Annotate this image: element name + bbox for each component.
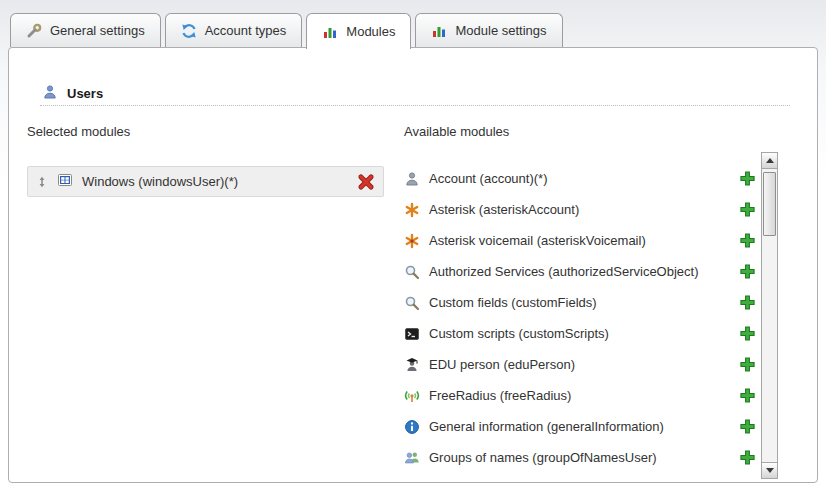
add-plus-icon bbox=[739, 418, 756, 435]
available-module-row: Groups of names (groupOfNamesUser) bbox=[404, 442, 756, 473]
tab-modules[interactable]: Modules bbox=[306, 13, 411, 49]
account-person-icon bbox=[404, 171, 420, 187]
add-plus-icon bbox=[739, 449, 756, 466]
module-name: General information (generalInformation) bbox=[429, 419, 664, 434]
module-name: Asterisk (asteriskAccount) bbox=[429, 202, 579, 217]
add-module-button[interactable] bbox=[739, 418, 756, 435]
add-module-button[interactable] bbox=[739, 294, 756, 311]
tab-bar: General settings Account types Modules bbox=[10, 13, 563, 49]
lam-modules-page: { "tabs": [ { "label": "General settings… bbox=[0, 0, 826, 486]
module-name: Account (account)(*) bbox=[429, 171, 548, 186]
available-module-row: Custom scripts (customScripts) bbox=[404, 318, 756, 349]
scroll-up-arrow-icon bbox=[766, 158, 774, 163]
info-icon bbox=[404, 419, 420, 435]
available-module-row: EDU person (eduPerson) bbox=[404, 349, 756, 380]
available-modules-label: Available modules bbox=[404, 124, 509, 139]
available-module-row: Account (account)(*) bbox=[404, 163, 756, 194]
add-module-button[interactable] bbox=[739, 387, 756, 404]
add-module-button[interactable] bbox=[739, 201, 756, 218]
scroll-down-arrow-icon bbox=[766, 468, 774, 473]
available-module-row: Custom fields (customFields) bbox=[404, 287, 756, 318]
selected-module-name: Windows (windowsUser)(*) bbox=[82, 174, 238, 189]
module-name: Groups of names (groupOfNamesUser) bbox=[429, 450, 657, 465]
tab-general-settings[interactable]: General settings bbox=[10, 13, 161, 47]
module-name: FreeRadius (freeRadius) bbox=[429, 388, 571, 403]
add-plus-icon bbox=[739, 232, 756, 249]
module-name: Custom fields (customFields) bbox=[429, 295, 597, 310]
selected-module-row: Windows (windowsUser)(*) bbox=[27, 166, 384, 197]
tab-label: Account types bbox=[205, 23, 287, 38]
remove-x-icon bbox=[357, 173, 375, 191]
tab-account-types[interactable]: Account types bbox=[165, 13, 303, 47]
remove-module-button[interactable] bbox=[357, 173, 375, 191]
scrollbar-thumb[interactable] bbox=[763, 172, 776, 236]
available-module-row: Asterisk (asteriskAccount) bbox=[404, 194, 756, 225]
section-divider bbox=[40, 105, 790, 106]
add-module-button[interactable] bbox=[739, 232, 756, 249]
available-list-scrollbar[interactable] bbox=[761, 152, 778, 479]
section-title: Users bbox=[67, 86, 103, 101]
module-name: EDU person (eduPerson) bbox=[429, 357, 575, 372]
modules-icon bbox=[322, 24, 338, 40]
module-name: Authorized Services (authorizedServiceOb… bbox=[429, 264, 699, 279]
wrench-icon bbox=[26, 23, 42, 39]
add-plus-icon bbox=[739, 201, 756, 218]
magnifier-icon bbox=[404, 295, 420, 311]
available-module-row: FreeRadius (freeRadius) bbox=[404, 380, 756, 411]
tab-label: Module settings bbox=[455, 23, 546, 38]
add-plus-icon bbox=[739, 170, 756, 187]
available-module-row: General information (generalInformation) bbox=[404, 411, 756, 442]
add-module-button[interactable] bbox=[739, 170, 756, 187]
add-module-button[interactable] bbox=[739, 449, 756, 466]
add-plus-icon bbox=[739, 294, 756, 311]
magnifier-icon bbox=[404, 264, 420, 280]
add-module-button[interactable] bbox=[739, 325, 756, 342]
module-name: Asterisk voicemail (asteriskVoicemail) bbox=[429, 233, 646, 248]
available-modules-list: Account (account)(*) Asterisk (asteriskA… bbox=[404, 163, 756, 473]
module-name: Custom scripts (customScripts) bbox=[429, 326, 609, 341]
add-plus-icon bbox=[739, 263, 756, 280]
available-module-row: Authorized Services (authorizedServiceOb… bbox=[404, 256, 756, 287]
group-icon bbox=[404, 450, 420, 466]
asterisk-icon bbox=[404, 202, 420, 218]
antenna-icon bbox=[404, 388, 420, 404]
drag-handle-icon[interactable] bbox=[36, 175, 48, 189]
available-module-row: Asterisk voicemail (asteriskVoicemail) bbox=[404, 225, 756, 256]
scroll-down-button[interactable] bbox=[762, 462, 777, 478]
add-module-button[interactable] bbox=[739, 263, 756, 280]
terminal-icon bbox=[404, 326, 420, 342]
user-icon bbox=[42, 84, 58, 103]
windows-icon bbox=[57, 172, 73, 191]
account-types-icon bbox=[181, 23, 197, 39]
scroll-up-button[interactable] bbox=[762, 153, 777, 169]
edu-person-icon bbox=[404, 357, 420, 373]
add-plus-icon bbox=[739, 325, 756, 342]
tab-module-settings[interactable]: Module settings bbox=[415, 13, 562, 47]
tab-label: Modules bbox=[346, 24, 395, 39]
tab-label: General settings bbox=[50, 23, 145, 38]
module-settings-icon bbox=[431, 23, 447, 39]
add-plus-icon bbox=[739, 356, 756, 373]
asterisk-voicemail-icon bbox=[404, 233, 420, 249]
selected-modules-label: Selected modules bbox=[27, 124, 130, 139]
add-plus-icon bbox=[739, 387, 756, 404]
users-section-heading: Users bbox=[42, 84, 103, 103]
add-module-button[interactable] bbox=[739, 356, 756, 373]
